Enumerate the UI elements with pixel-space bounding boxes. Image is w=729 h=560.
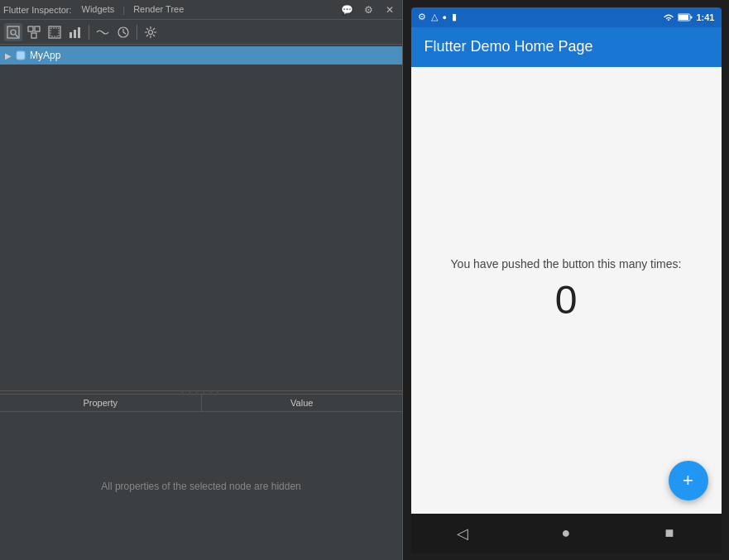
perf-icon [69,26,82,39]
wifi-icon [663,13,674,22]
status-left-icons: ⚙ △ ● ▮ [418,12,457,22]
inspect-button[interactable] [4,23,22,41]
back-button[interactable]: ◁ [446,517,479,550]
svg-rect-3 [35,26,40,31]
tree-item-myapp[interactable]: ▶ MyApp [0,46,402,65]
tree-arrow: ▶ [5,51,12,60]
svg-rect-16 [679,15,688,20]
settings-icon [144,26,157,39]
fab-plus-icon: + [683,470,693,491]
svg-point-13 [149,30,153,34]
counter-display: 0 [555,277,578,323]
phone-simulator-panel: ⚙ △ ● ▮ 1:41 [403,0,729,560]
svg-rect-7 [70,32,72,38]
inspector-label: Flutter Inspector: [3,5,72,15]
status-bar: ⚙ △ ● ▮ 1:41 [411,7,722,27]
android-nav-bar: ◁ ● ■ [411,514,722,553]
message-icon[interactable]: 💬 [338,1,356,19]
inspect-icon [7,26,20,39]
inspector-toolbar [0,20,402,45]
svg-rect-17 [691,16,693,18]
svg-point-1 [11,30,16,35]
clock-button[interactable] [114,23,132,41]
app-content: You have pushed the button this many tim… [411,67,722,514]
recents-button[interactable]: ■ [653,517,686,550]
render-tree-button[interactable] [46,23,64,41]
flutter-inspector-panel: Flutter Inspector: Widgets | Render Tree… [0,0,403,560]
home-button[interactable]: ● [549,517,583,550]
widget-tree-area: ▶ MyApp [0,45,402,390]
svg-rect-2 [28,26,33,31]
properties-body: All properties of the selected node are … [0,412,402,560]
svg-rect-9 [78,27,80,38]
properties-header: Property Value [0,395,402,412]
close-icon[interactable]: ✕ [381,1,399,19]
status-time: 1:41 [696,12,714,22]
properties-panel: Property Value All properties of the sel… [0,395,402,560]
property-col-header: Property [0,395,202,411]
push-message: You have pushed the button this many tim… [451,257,682,270]
warning-status-icon: △ [431,12,438,22]
perf-button[interactable] [66,23,84,41]
app-bar-title: Flutter Demo Home Page [424,38,593,55]
top-bar: Flutter Inspector: Widgets | Render Tree… [0,0,402,20]
settings-status-icon: ⚙ [418,12,426,22]
tab-divider: | [121,5,127,15]
svg-line-12 [123,32,126,34]
phone-frame: ⚙ △ ● ▮ 1:41 [411,7,722,553]
timeline-icon [96,26,109,39]
svg-rect-4 [31,33,36,38]
battery-icon [678,13,693,22]
toolbar-sep [89,25,89,40]
tree-item-label: MyApp [30,50,60,61]
circle-status-icon: ● [443,13,447,22]
status-right-area: 1:41 [663,12,714,22]
clock-icon [117,26,130,39]
tab-widgets[interactable]: Widgets [77,3,120,17]
toolbar-sep-2 [137,25,137,40]
svg-rect-6 [50,28,59,36]
render-tree-icon [48,26,61,39]
svg-rect-8 [74,30,76,38]
fab-button[interactable]: + [669,461,708,500]
widget-tree-button[interactable] [25,23,43,41]
gear-icon[interactable]: ⚙ [359,1,377,19]
widget-tree-icon [27,26,41,39]
value-col-header: Value [202,395,403,411]
timeline-button[interactable] [94,23,112,41]
svg-rect-14 [17,51,25,60]
tab-render-tree[interactable]: Render Tree [128,3,189,17]
properties-empty-message: All properties of the selected node are … [101,481,301,492]
settings-button[interactable] [141,23,160,41]
battery-fill-icon: ▮ [452,12,457,22]
widget-icon [15,50,26,61]
app-bar: Flutter Demo Home Page [411,27,722,67]
